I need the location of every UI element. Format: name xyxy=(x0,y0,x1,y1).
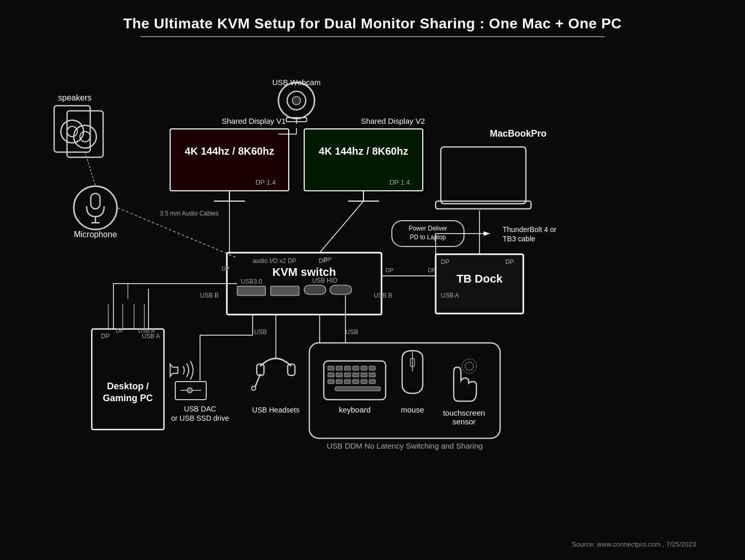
display1-port: DP 1.4 xyxy=(255,178,276,186)
kvm-hid-slot2 xyxy=(330,285,352,294)
dp-left-label: DP xyxy=(222,266,229,272)
svg-rect-34 xyxy=(361,366,367,370)
svg-rect-2 xyxy=(54,106,90,152)
power-deliver-line1: Power Deliver xyxy=(409,225,448,232)
kvm-usbb-label: USB B xyxy=(200,292,219,299)
svg-point-14 xyxy=(292,96,301,105)
svg-point-7 xyxy=(80,131,90,142)
tb-dp2-label: DP xyxy=(505,258,514,266)
svg-rect-46 xyxy=(361,380,367,384)
touchscreen-line1: touchscreen xyxy=(443,408,485,417)
usb-ddm-label: USB DDM No Latency Switching and Sharing xyxy=(327,441,483,450)
svg-point-28 xyxy=(252,386,256,390)
touchscreen-line2: sensor xyxy=(452,417,475,426)
svg-rect-36 xyxy=(328,373,334,377)
svg-rect-37 xyxy=(336,373,342,377)
kvm-usb-port2 xyxy=(271,286,299,295)
svg-point-4 xyxy=(67,126,77,137)
display1-label: Shared Display V1 xyxy=(222,117,286,125)
dp-right-label: DP xyxy=(324,256,332,262)
speakers-label: speakers xyxy=(58,93,92,102)
svg-rect-41 xyxy=(369,373,375,377)
svg-rect-38 xyxy=(344,373,351,377)
svg-rect-5 xyxy=(67,111,103,157)
desktop-usba-label: USB A xyxy=(142,333,160,340)
display2-spec: 4K 144hz / 8K60hz xyxy=(319,145,408,157)
mouse-icon xyxy=(402,351,423,393)
svg-rect-31 xyxy=(336,366,342,370)
macbook-screen xyxy=(441,147,526,204)
kvm-audio-label: audio I/O x2 DP xyxy=(253,257,296,265)
microphone-label: Microphone xyxy=(74,230,117,239)
usb-dac-line2: or USB SSD drive xyxy=(171,414,229,422)
svg-rect-40 xyxy=(361,373,367,377)
usb-dac-icon xyxy=(170,361,206,400)
svg-rect-48 xyxy=(335,387,380,391)
svg-point-52 xyxy=(462,359,476,373)
svg-rect-43 xyxy=(336,380,342,384)
svg-rect-30 xyxy=(328,366,334,370)
svg-rect-39 xyxy=(353,373,359,377)
usb-dac-line1: USB DAC xyxy=(184,405,216,413)
source-text: Source: www.connectpro.com , 7/25/2023 xyxy=(572,540,696,548)
tbdock-dp-l: DP xyxy=(428,267,436,273)
display1-spec: 4K 144hz / 8K60hz xyxy=(185,145,274,157)
svg-rect-32 xyxy=(344,366,351,370)
tb-usbb-label: USB A xyxy=(441,292,459,299)
kvm-hid-slot1 xyxy=(304,285,326,294)
diagram-container: The Ultimate KVM Setup for Dual Monitor … xyxy=(0,0,745,560)
svg-point-51 xyxy=(465,362,473,370)
thunderbolt-line1: ThunderBolt 4 or xyxy=(503,225,557,234)
power-deliver-line2: PD to Laptop xyxy=(410,234,446,241)
svg-rect-33 xyxy=(353,366,359,370)
svg-line-27 xyxy=(255,374,260,387)
desktop-line1: Desktop / xyxy=(107,381,148,391)
usb-label-dac: USB xyxy=(254,328,267,336)
tb-dp1-label: DP xyxy=(441,258,450,266)
display2-port: DP 1.4 xyxy=(389,178,410,186)
svg-point-6 xyxy=(74,125,96,148)
desktop-usba-conn: USB A xyxy=(138,327,155,334)
keyboard-label: keyboard xyxy=(339,405,371,414)
microphone-icon xyxy=(74,186,117,229)
svg-marker-21 xyxy=(170,364,178,376)
svg-rect-35 xyxy=(369,366,375,370)
macbook-label: MacBookPro xyxy=(490,128,547,139)
svg-rect-42 xyxy=(328,380,334,384)
usb-headsets-label: USB Headsets xyxy=(252,406,300,414)
kvm-usbb-right-label: USB B xyxy=(374,292,392,299)
kvm-dp-r: DP xyxy=(386,267,393,273)
kvm-usb30-label: USB3.0 xyxy=(241,278,262,285)
svg-rect-47 xyxy=(369,380,375,384)
touchscreen-icon xyxy=(454,359,476,401)
usb-headsets-icon xyxy=(252,358,295,390)
svg-rect-45 xyxy=(353,380,359,384)
display2-label: Shared Display V2 xyxy=(361,117,425,125)
kvm-usb-hid-label: USB HID xyxy=(312,277,338,284)
svg-point-24 xyxy=(187,388,192,393)
audio-cables-label: 3.5 mm Audio Cables xyxy=(160,210,219,217)
desktop-box xyxy=(92,329,164,430)
mouse-label: mouse xyxy=(401,405,424,414)
thunderbolt-line2: TB3 cable xyxy=(503,235,535,243)
tb-dock-label: TB Dock xyxy=(456,272,503,285)
speakers-icon xyxy=(54,106,103,157)
usb-label-headset: USB xyxy=(345,328,358,336)
kvm-usb-port1 xyxy=(237,286,266,295)
svg-rect-44 xyxy=(344,380,351,384)
webcam-label: USB Webcam xyxy=(272,78,321,87)
keyboard-icon xyxy=(324,361,386,400)
disp2-to-kvm xyxy=(320,201,363,253)
macbook-base xyxy=(436,201,531,209)
desktop-dp-label: DP xyxy=(101,333,110,340)
desktop-line2: Gaming PC xyxy=(103,393,153,403)
svg-point-3 xyxy=(61,120,84,143)
svg-rect-9 xyxy=(91,193,100,209)
